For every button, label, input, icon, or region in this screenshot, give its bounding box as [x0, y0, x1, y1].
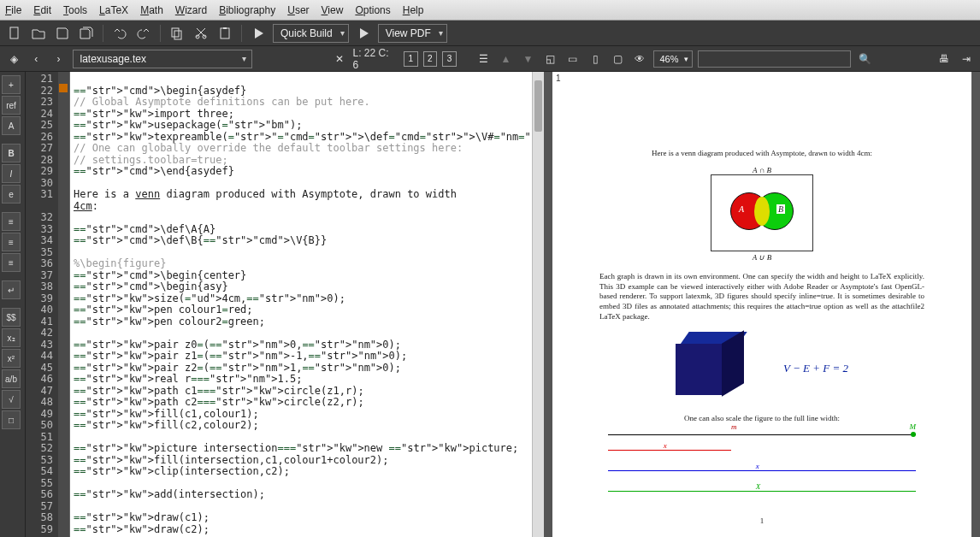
center-button[interactable]: ≡	[2, 233, 21, 251]
save-icon[interactable]	[53, 24, 72, 43]
svg-rect-0	[10, 27, 18, 38]
pdf-top-text: Here is a venn diagram produced with Asy…	[599, 149, 924, 157]
sup-button[interactable]: x²	[2, 349, 21, 368]
math-button[interactable]: $$	[2, 308, 21, 327]
bold-button[interactable]: B	[2, 144, 21, 162]
cube-figure	[676, 332, 749, 405]
menu-wizard[interactable]: Wizard	[175, 4, 207, 16]
cut-icon[interactable]	[192, 24, 210, 43]
sub-button[interactable]: x₂	[2, 328, 21, 347]
env-button[interactable]: □	[2, 410, 21, 429]
list-icon[interactable]: ☰	[475, 50, 492, 68]
open-file-icon[interactable]	[29, 24, 48, 43]
fit-icon[interactable]: ◱	[542, 50, 559, 68]
pdf-scale-text: One can also scale the figure to the ful…	[599, 414, 924, 422]
menu-math[interactable]: Math	[140, 4, 163, 16]
sqrt-button[interactable]: √	[2, 390, 21, 409]
label-button[interactable]: ref	[2, 96, 21, 115]
frac-button[interactable]: a/b	[2, 369, 21, 388]
down-icon[interactable]: ▼	[519, 50, 536, 68]
undo-icon[interactable]	[110, 24, 129, 43]
arrow-black: m M	[608, 428, 916, 443]
search-input[interactable]	[698, 50, 851, 68]
view-icon[interactable]	[354, 24, 373, 43]
newline-button[interactable]: ↵	[2, 280, 21, 299]
copy-icon[interactable]	[168, 24, 186, 43]
save-all-icon[interactable]	[77, 24, 96, 43]
right-align-button[interactable]: ≡	[2, 253, 21, 272]
fitwidth-icon[interactable]: ▭	[564, 50, 582, 68]
menu-bar: File Edit Tools LaTeX Math Wizard Biblio…	[0, 0, 980, 21]
left-align-button[interactable]: ≡	[2, 212, 21, 231]
menu-options[interactable]: Options	[355, 4, 390, 16]
prev-icon[interactable]: ‹	[27, 50, 44, 68]
view-combo[interactable]: View PDF	[378, 24, 447, 43]
svg-rect-2	[174, 31, 181, 39]
menu-edit[interactable]: Edit	[33, 4, 51, 16]
menu-help[interactable]: Help	[403, 4, 424, 16]
menu-user[interactable]: User	[287, 4, 309, 16]
eye-icon[interactable]: 👁	[631, 50, 648, 68]
pdf-paragraph: Each graph is drawn in its own environme…	[599, 272, 924, 322]
svg-rect-1	[172, 28, 179, 37]
redo-icon[interactable]	[134, 24, 153, 43]
euler-formula: V − E + F = 2	[783, 362, 848, 375]
arrow-blue: x	[608, 463, 916, 479]
close-icon[interactable]: ✕	[331, 50, 348, 68]
code-editor[interactable]: 2122232425262728293031323334353637383940…	[26, 72, 544, 537]
pdf-preview[interactable]: 1 Here is a venn diagram produced with A…	[544, 72, 980, 537]
main-toolbar: Quick Build View PDF	[0, 21, 980, 46]
fitpage-icon[interactable]: ▯	[587, 50, 604, 68]
menu-tools[interactable]: Tools	[63, 4, 87, 16]
emph-button[interactable]: e	[2, 185, 21, 204]
config-icon[interactable]: ⇥	[958, 50, 975, 68]
fold-gutter	[58, 72, 70, 537]
venn-diagram: A B	[711, 174, 813, 251]
navigation-bar: ◈ ‹ › latexusage.tex ✕ L: 22 C: 6 1 2 3 …	[0, 46, 980, 72]
run-icon[interactable]	[249, 24, 268, 43]
file-selector[interactable]: latexusage.tex	[73, 50, 252, 68]
arrow-red: x	[608, 443, 916, 458]
menu-file[interactable]: File	[5, 4, 21, 16]
line-number-gutter: 2122232425262728293031323334353637383940…	[26, 72, 58, 537]
new-file-icon[interactable]	[5, 24, 24, 43]
format-sidebar: + ref A B I e ≡ ≡ ≡ ↵ $$ x₂ x² a/b √ □	[0, 72, 26, 537]
svg-rect-5	[221, 28, 229, 38]
page2-button[interactable]: 2	[423, 51, 438, 67]
next-icon[interactable]: ›	[50, 50, 67, 68]
pdf-page: 1 Here is a venn diagram produced with A…	[552, 72, 971, 537]
venn-bot-label: A ∪ B	[599, 253, 924, 262]
ref-button[interactable]: A	[2, 116, 21, 135]
arrow-green: X	[608, 484, 916, 499]
venn-top-label: A ∩ B	[599, 166, 924, 174]
up-icon[interactable]: ▲	[497, 50, 514, 68]
search-icon[interactable]: 🔍	[856, 50, 873, 68]
svg-rect-6	[223, 27, 227, 29]
italic-button[interactable]: I	[2, 164, 21, 183]
zoom-combo[interactable]: 46%	[653, 50, 693, 68]
pdf-pagenum: 1	[599, 516, 924, 525]
menu-view[interactable]: View	[322, 4, 344, 16]
build-combo[interactable]: Quick Build	[273, 24, 349, 43]
actual-icon[interactable]: ▢	[609, 50, 626, 68]
page1-button[interactable]: 1	[404, 51, 418, 67]
code-area[interactable]: =="str">"cmd">\begin{asydef}// Global As…	[70, 72, 532, 537]
menu-bibliography[interactable]: Bibliography	[219, 4, 275, 16]
part-button[interactable]: +	[2, 75, 21, 94]
print-icon[interactable]: 🖶	[936, 50, 953, 68]
bookmark-icon[interactable]: ◈	[5, 50, 22, 68]
editor-scrollbar[interactable]	[532, 72, 544, 537]
menu-latex[interactable]: LaTeX	[99, 4, 128, 16]
scrollbar-thumb[interactable]	[534, 80, 542, 132]
page3-button[interactable]: 3	[442, 51, 457, 67]
paste-icon[interactable]	[215, 24, 234, 43]
cursor-position: L: 22 C: 6	[353, 47, 393, 71]
